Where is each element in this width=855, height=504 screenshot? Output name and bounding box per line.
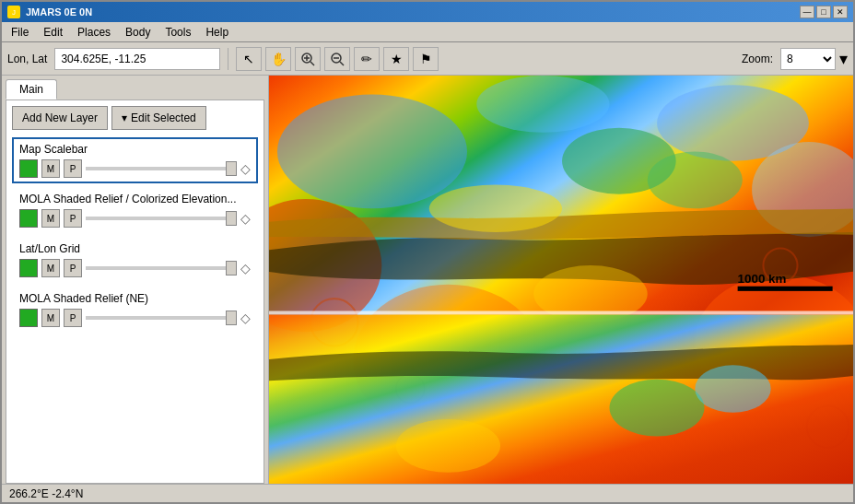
window-title: JMARS 0E 0N [26, 6, 92, 18]
opacity-icon-mola-ne: ◇ [240, 311, 251, 325]
star-tool-button[interactable]: ★ [383, 47, 409, 71]
opacity-icon-latlon-grid: ◇ [240, 261, 251, 275]
layer-p-button-mola-relief[interactable]: P [64, 209, 82, 228]
svg-point-17 [429, 184, 562, 232]
map-terrain-svg: 1000 km [269, 76, 853, 484]
coordinates-value: 304.625E, -11.25 [61, 53, 146, 65]
content-area: Main Add New Layer ▾ Edit Selected Map S… [2, 76, 853, 484]
layer-m-button-scalebar[interactable]: M [41, 159, 60, 178]
svg-point-27 [610, 380, 705, 437]
layer-item-latlon-grid: Lat/Lon Grid M P ◇ [12, 237, 258, 283]
minimize-button[interactable]: — [800, 6, 814, 18]
svg-line-5 [340, 62, 344, 65]
add-new-layer-button[interactable]: Add New Layer [12, 106, 108, 130]
menu-bar: File Edit Places Body Tools Help [2, 22, 853, 42]
opacity-icon-scalebar: ◇ [240, 161, 251, 176]
edit-selected-label: Edit Selected [131, 111, 196, 124]
menu-body[interactable]: Body [120, 24, 156, 41]
menu-places[interactable]: Places [72, 24, 116, 41]
close-button[interactable]: ✕ [833, 6, 848, 18]
tab-bar: Main [2, 76, 268, 100]
map-area[interactable]: 1000 km [269, 76, 853, 484]
coords-label: Lon, Lat [7, 53, 47, 65]
title-bar-left: J JMARS 0E 0N [7, 6, 92, 18]
layer-color-latlon-grid[interactable] [19, 259, 38, 277]
layer-opacity-latlon-grid[interactable] [86, 266, 237, 270]
app-icon-text: J [12, 8, 16, 17]
layer-color-mola-ne[interactable] [19, 309, 38, 327]
svg-text:1000 km: 1000 km [738, 272, 787, 286]
svg-point-8 [277, 95, 467, 209]
layer-action-buttons: Add New Layer ▾ Edit Selected [12, 106, 258, 130]
svg-rect-25 [269, 311, 853, 314]
layer-opacity-mola-relief[interactable] [86, 217, 237, 220]
zoom-label: Zoom: [742, 53, 773, 65]
tab-main[interactable]: Main [6, 79, 57, 100]
menu-tools[interactable]: Tools [159, 24, 196, 41]
layer-color-scalebar[interactable] [19, 159, 38, 178]
pan-tool-button[interactable]: ✋ [265, 47, 291, 71]
status-bar: 266.2°E -2.4°N [2, 484, 853, 502]
layer-controls-mola-relief: M P ◇ [19, 209, 251, 228]
layer-opacity-scalebar[interactable] [86, 167, 237, 170]
title-bar: J JMARS 0E 0N — □ ✕ [2, 2, 853, 22]
layer-opacity-mola-ne[interactable] [86, 316, 237, 320]
layer-p-button-mola-ne[interactable]: P [64, 309, 82, 327]
edit-selected-dropdown-icon: ▾ [122, 111, 127, 124]
tab-content: Add New Layer ▾ Edit Selected Map Scaleb… [6, 100, 264, 484]
layer-controls-scalebar: M P ◇ [19, 159, 251, 178]
layer-m-button-mola-relief[interactable]: M [41, 209, 60, 228]
layer-name-latlon-grid: Lat/Lon Grid [19, 242, 251, 255]
zoom-out-button[interactable] [324, 47, 350, 71]
select-tool-button[interactable]: ↖ [236, 47, 262, 71]
svg-point-16 [648, 151, 743, 208]
opacity-icon-mola-relief: ◇ [240, 211, 251, 226]
layer-name-scalebar: Map Scalebar [19, 143, 251, 156]
left-panel: Main Add New Layer ▾ Edit Selected Map S… [2, 76, 269, 484]
flag-tool-button[interactable]: ⚑ [413, 47, 439, 71]
zoom-dropdown-arrow[interactable]: ▾ [839, 49, 848, 69]
layer-color-mola-relief[interactable] [19, 209, 38, 228]
zoom-in-button[interactable] [295, 47, 321, 71]
app-icon: J [7, 6, 20, 18]
status-coords: 266.2°E -2.4°N [9, 487, 83, 500]
layer-item-mola-relief: MOLA Shaded Relief / Colorized Elevation… [12, 187, 258, 233]
menu-edit[interactable]: Edit [38, 24, 68, 41]
svg-point-11 [476, 76, 609, 133]
svg-rect-30 [738, 287, 833, 291]
toolbar-separator [228, 48, 228, 70]
layer-m-button-latlon-grid[interactable]: M [41, 259, 60, 277]
zoom-select[interactable]: 1 2 4 8 16 32 [780, 48, 836, 70]
svg-point-28 [695, 365, 770, 413]
layer-name-mola-relief: MOLA Shaded Relief / Colorized Elevation… [19, 193, 251, 205]
svg-line-1 [310, 62, 314, 65]
main-window: J JMARS 0E 0N — □ ✕ File Edit Places Bod… [0, 0, 855, 504]
layer-item-scalebar: Map Scalebar M P ◇ [12, 137, 258, 183]
maximize-button[interactable]: □ [816, 6, 831, 18]
coordinates-display: 304.625E, -11.25 [54, 48, 220, 70]
edit-selected-button[interactable]: ▾ Edit Selected [111, 106, 206, 130]
layer-controls-mola-ne: M P ◇ [19, 309, 251, 327]
layer-item-mola-ne: MOLA Shaded Relief (NE) M P ◇ [12, 287, 258, 333]
svg-point-29 [396, 419, 500, 473]
layer-controls-latlon-grid: M P ◇ [19, 259, 251, 277]
layer-p-button-scalebar[interactable]: P [64, 159, 82, 178]
menu-help[interactable]: Help [200, 24, 234, 41]
toolbar: Lon, Lat 304.625E, -11.25 ↖ ✋ ✏ ★ ⚑ Zoom… [2, 42, 853, 76]
layer-name-mola-ne: MOLA Shaded Relief (NE) [19, 292, 251, 305]
layer-m-button-mola-ne[interactable]: M [41, 309, 60, 327]
window-controls: — □ ✕ [800, 6, 848, 18]
pencil-tool-button[interactable]: ✏ [354, 47, 380, 71]
menu-file[interactable]: File [6, 24, 34, 41]
layer-p-button-latlon-grid[interactable]: P [64, 259, 82, 277]
